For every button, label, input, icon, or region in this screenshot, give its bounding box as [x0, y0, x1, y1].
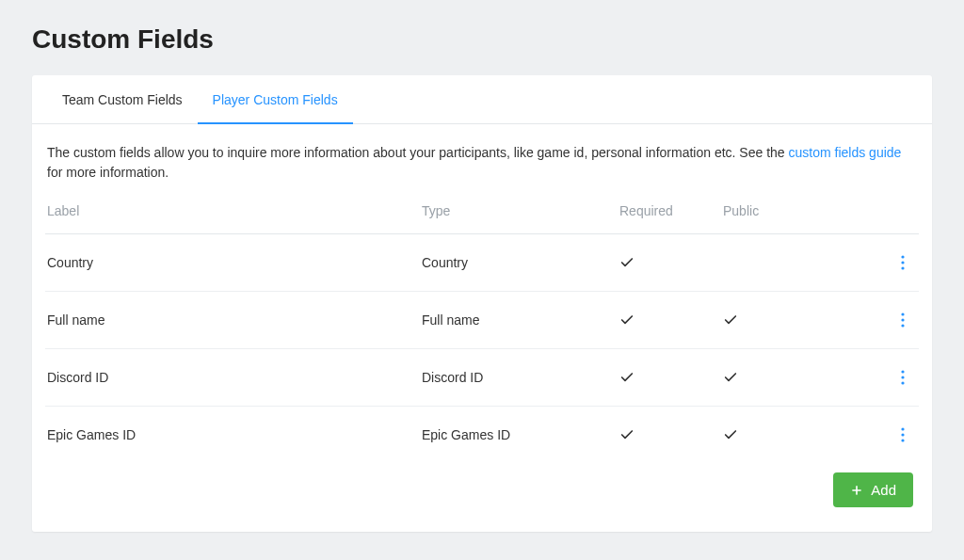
row-label: Epic Games ID — [47, 427, 422, 442]
table-header: Label Type Required Public — [45, 188, 919, 234]
check-icon — [619, 312, 635, 328]
row-label: Country — [47, 255, 422, 270]
custom-fields-table: Label Type Required Public Country Count… — [45, 188, 919, 463]
check-icon — [723, 312, 738, 328]
plus-icon — [850, 484, 863, 497]
table-row: Epic Games ID Epic Games ID — [45, 407, 919, 463]
row-type: Epic Games ID — [422, 427, 619, 442]
row-type: Full name — [422, 312, 619, 328]
row-actions-button[interactable] — [892, 249, 913, 276]
intro-text: The custom fields allow you to inquire m… — [45, 143, 919, 188]
row-type: Country — [422, 255, 619, 270]
dots-vertical-icon — [901, 312, 905, 328]
dots-vertical-icon — [901, 255, 905, 270]
actions-bar: Add — [45, 463, 919, 511]
col-header-public: Public — [723, 203, 845, 218]
custom-fields-card: Team Custom Fields Player Custom Fields … — [32, 75, 932, 532]
check-icon — [723, 427, 738, 442]
intro-post: for more information. — [47, 165, 169, 180]
dots-vertical-icon — [901, 427, 905, 442]
table-row: Discord ID Discord ID — [45, 349, 919, 407]
check-icon — [619, 255, 635, 270]
table-row: Country Country — [45, 234, 919, 292]
svg-point-9 — [901, 427, 904, 430]
row-actions-button[interactable] — [892, 364, 913, 391]
svg-point-10 — [901, 433, 904, 436]
table-row: Full name Full name — [45, 292, 919, 349]
row-type: Discord ID — [422, 370, 619, 385]
svg-point-2 — [901, 266, 904, 269]
dots-vertical-icon — [901, 370, 905, 385]
col-header-type: Type — [422, 203, 619, 218]
row-label: Discord ID — [47, 370, 422, 385]
check-icon — [723, 370, 738, 385]
svg-point-6 — [901, 370, 904, 373]
row-actions-button[interactable] — [892, 422, 913, 448]
svg-point-0 — [901, 255, 904, 258]
svg-point-4 — [901, 318, 904, 321]
page-title: Custom Fields — [32, 24, 932, 55]
col-header-label: Label — [47, 203, 422, 218]
custom-fields-guide-link[interactable]: custom fields guide — [789, 145, 902, 160]
check-icon — [619, 427, 635, 442]
tab-player-custom-fields[interactable]: Player Custom Fields — [198, 75, 353, 124]
svg-point-5 — [901, 324, 904, 327]
add-button[interactable]: Add — [833, 472, 913, 507]
svg-point-3 — [901, 312, 904, 315]
col-header-required: Required — [619, 203, 723, 218]
tab-team-custom-fields[interactable]: Team Custom Fields — [47, 75, 198, 124]
svg-point-11 — [901, 439, 904, 441]
add-button-label: Add — [871, 482, 896, 498]
svg-point-7 — [901, 376, 904, 378]
check-icon — [619, 370, 635, 385]
tabs: Team Custom Fields Player Custom Fields — [32, 75, 932, 124]
row-label: Full name — [47, 312, 422, 328]
svg-point-8 — [901, 381, 904, 384]
row-actions-button[interactable] — [892, 307, 913, 333]
svg-point-1 — [901, 261, 904, 264]
intro-pre: The custom fields allow you to inquire m… — [47, 145, 789, 160]
